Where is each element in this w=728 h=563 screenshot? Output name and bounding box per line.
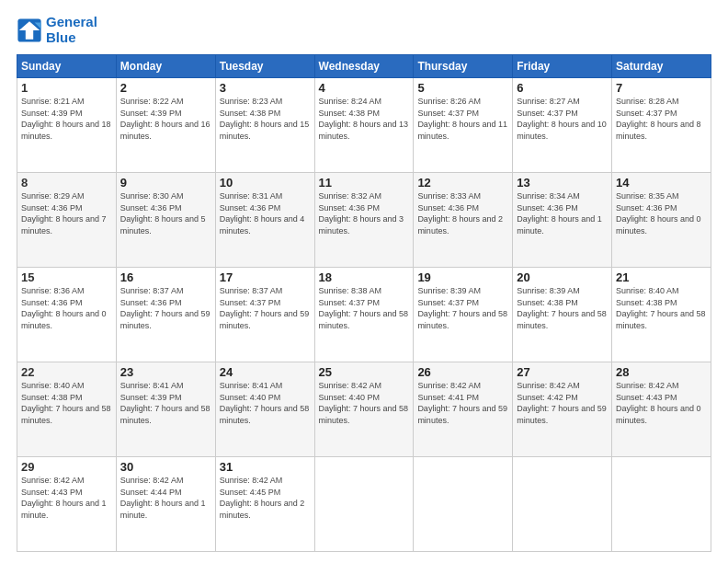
weekday-header: Saturday — [612, 55, 711, 78]
logo-icon — [17, 17, 42, 43]
calendar-week-row: 15 Sunrise: 8:36 AMSunset: 4:36 PMDaylig… — [17, 268, 711, 362]
cell-day-number: 9 — [120, 176, 211, 190]
calendar-cell: 7 Sunrise: 8:28 AMSunset: 4:37 PMDayligh… — [612, 78, 711, 173]
cell-info: Sunrise: 8:42 AMSunset: 4:43 PMDaylight:… — [21, 476, 107, 520]
cell-info: Sunrise: 8:36 AMSunset: 4:36 PMDaylight:… — [21, 286, 107, 330]
cell-day-number: 21 — [616, 270, 707, 284]
cell-info: Sunrise: 8:30 AMSunset: 4:36 PMDaylight:… — [120, 191, 206, 236]
cell-day-number: 18 — [319, 270, 410, 284]
cell-day-number: 22 — [21, 365, 112, 379]
calendar-cell: 1 Sunrise: 8:21 AMSunset: 4:39 PMDayligh… — [17, 78, 117, 173]
cell-day-number: 25 — [319, 365, 410, 379]
cell-day-number: 3 — [220, 81, 311, 95]
logo-text: General Blue — [46, 15, 97, 45]
cell-day-number: 8 — [21, 176, 112, 190]
calendar-cell: 4 Sunrise: 8:24 AMSunset: 4:38 PMDayligh… — [314, 78, 414, 173]
weekday-header: Thursday — [414, 55, 513, 78]
weekday-header: Friday — [513, 55, 612, 78]
cell-info: Sunrise: 8:40 AMSunset: 4:38 PMDaylight:… — [21, 381, 111, 425]
calendar-week-row: 22 Sunrise: 8:40 AMSunset: 4:38 PMDaylig… — [17, 362, 711, 457]
cell-day-number: 30 — [120, 460, 211, 474]
weekday-header: Tuesday — [215, 55, 314, 78]
calendar-header: SundayMondayTuesdayWednesdayThursdayFrid… — [17, 55, 711, 78]
cell-info: Sunrise: 8:39 AMSunset: 4:37 PMDaylight:… — [417, 286, 507, 330]
cell-info: Sunrise: 8:38 AMSunset: 4:37 PMDaylight:… — [319, 286, 409, 330]
calendar-cell: 8 Sunrise: 8:29 AMSunset: 4:36 PMDayligh… — [17, 173, 117, 268]
calendar-week-row: 29 Sunrise: 8:42 AMSunset: 4:43 PMDaylig… — [17, 457, 711, 552]
calendar-cell: 30 Sunrise: 8:42 AMSunset: 4:44 PMDaylig… — [116, 457, 215, 552]
cell-day-number: 1 — [21, 81, 112, 95]
cell-day-number: 12 — [417, 176, 508, 190]
cell-info: Sunrise: 8:40 AMSunset: 4:38 PMDaylight:… — [616, 286, 706, 330]
calendar-cell — [612, 457, 711, 552]
cell-info: Sunrise: 8:39 AMSunset: 4:38 PMDaylight:… — [517, 286, 607, 330]
cell-day-number: 14 — [616, 176, 707, 190]
weekday-header: Sunday — [17, 55, 117, 78]
calendar-cell: 27 Sunrise: 8:42 AMSunset: 4:42 PMDaylig… — [513, 362, 612, 457]
cell-day-number: 27 — [517, 365, 608, 379]
calendar-cell: 31 Sunrise: 8:42 AMSunset: 4:45 PMDaylig… — [215, 457, 314, 552]
cell-info: Sunrise: 8:28 AMSunset: 4:37 PMDaylight:… — [616, 97, 701, 141]
cell-info: Sunrise: 8:37 AMSunset: 4:36 PMDaylight:… — [120, 286, 210, 330]
calendar-cell: 5 Sunrise: 8:26 AMSunset: 4:37 PMDayligh… — [414, 78, 513, 173]
calendar-cell: 26 Sunrise: 8:42 AMSunset: 4:41 PMDaylig… — [414, 362, 513, 457]
cell-day-number: 24 — [220, 365, 311, 379]
calendar-cell — [414, 457, 513, 552]
cell-info: Sunrise: 8:24 AMSunset: 4:38 PMDaylight:… — [319, 97, 409, 141]
calendar-cell: 20 Sunrise: 8:39 AMSunset: 4:38 PMDaylig… — [513, 268, 612, 362]
calendar-cell: 3 Sunrise: 8:23 AMSunset: 4:38 PMDayligh… — [215, 78, 314, 173]
cell-day-number: 19 — [417, 270, 508, 284]
calendar-body: 1 Sunrise: 8:21 AMSunset: 4:39 PMDayligh… — [17, 78, 711, 552]
cell-day-number: 10 — [220, 176, 311, 190]
calendar-cell: 12 Sunrise: 8:33 AMSunset: 4:36 PMDaylig… — [414, 173, 513, 268]
cell-day-number: 11 — [319, 176, 410, 190]
page-header: General Blue — [17, 15, 711, 45]
cell-day-number: 29 — [21, 460, 112, 474]
calendar-cell: 10 Sunrise: 8:31 AMSunset: 4:36 PMDaylig… — [215, 173, 314, 268]
calendar-cell: 11 Sunrise: 8:32 AMSunset: 4:36 PMDaylig… — [314, 173, 414, 268]
cell-info: Sunrise: 8:42 AMSunset: 4:42 PMDaylight:… — [517, 381, 607, 425]
cell-day-number: 7 — [616, 81, 707, 95]
calendar-cell: 9 Sunrise: 8:30 AMSunset: 4:36 PMDayligh… — [116, 173, 215, 268]
cell-day-number: 28 — [616, 365, 707, 379]
calendar-cell — [513, 457, 612, 552]
cell-day-number: 17 — [220, 270, 311, 284]
cell-day-number: 4 — [319, 81, 410, 95]
cell-day-number: 2 — [120, 81, 211, 95]
calendar-cell: 18 Sunrise: 8:38 AMSunset: 4:37 PMDaylig… — [314, 268, 414, 362]
calendar-cell: 22 Sunrise: 8:40 AMSunset: 4:38 PMDaylig… — [17, 362, 117, 457]
calendar-table: SundayMondayTuesdayWednesdayThursdayFrid… — [17, 54, 711, 552]
calendar-cell: 21 Sunrise: 8:40 AMSunset: 4:38 PMDaylig… — [612, 268, 711, 362]
weekday-header: Monday — [116, 55, 215, 78]
cell-info: Sunrise: 8:42 AMSunset: 4:40 PMDaylight:… — [319, 381, 409, 425]
cell-info: Sunrise: 8:42 AMSunset: 4:44 PMDaylight:… — [120, 476, 206, 520]
cell-info: Sunrise: 8:34 AMSunset: 4:36 PMDaylight:… — [517, 191, 602, 236]
cell-info: Sunrise: 8:29 AMSunset: 4:36 PMDaylight:… — [21, 191, 107, 236]
cell-info: Sunrise: 8:31 AMSunset: 4:36 PMDaylight:… — [220, 191, 305, 236]
cell-info: Sunrise: 8:41 AMSunset: 4:40 PMDaylight:… — [220, 381, 310, 425]
cell-info: Sunrise: 8:42 AMSunset: 4:43 PMDaylight:… — [616, 381, 701, 425]
cell-day-number: 23 — [120, 365, 211, 379]
cell-info: Sunrise: 8:42 AMSunset: 4:45 PMDaylight:… — [220, 476, 305, 520]
calendar-cell: 19 Sunrise: 8:39 AMSunset: 4:37 PMDaylig… — [414, 268, 513, 362]
calendar-cell: 16 Sunrise: 8:37 AMSunset: 4:36 PMDaylig… — [116, 268, 215, 362]
calendar-cell: 2 Sunrise: 8:22 AMSunset: 4:39 PMDayligh… — [116, 78, 215, 173]
calendar-week-row: 1 Sunrise: 8:21 AMSunset: 4:39 PMDayligh… — [17, 78, 711, 173]
cell-info: Sunrise: 8:33 AMSunset: 4:36 PMDaylight:… — [417, 191, 503, 236]
calendar-cell: 13 Sunrise: 8:34 AMSunset: 4:36 PMDaylig… — [513, 173, 612, 268]
logo: General Blue — [17, 15, 97, 45]
cell-day-number: 31 — [220, 460, 311, 474]
calendar-cell: 28 Sunrise: 8:42 AMSunset: 4:43 PMDaylig… — [612, 362, 711, 457]
cell-day-number: 20 — [517, 270, 608, 284]
cell-day-number: 26 — [417, 365, 508, 379]
calendar-cell: 15 Sunrise: 8:36 AMSunset: 4:36 PMDaylig… — [17, 268, 117, 362]
cell-info: Sunrise: 8:21 AMSunset: 4:39 PMDaylight:… — [21, 97, 111, 141]
calendar-cell: 25 Sunrise: 8:42 AMSunset: 4:40 PMDaylig… — [314, 362, 414, 457]
calendar-cell — [314, 457, 414, 552]
cell-info: Sunrise: 8:35 AMSunset: 4:36 PMDaylight:… — [616, 191, 701, 236]
cell-info: Sunrise: 8:26 AMSunset: 4:37 PMDaylight:… — [417, 97, 507, 141]
calendar-cell: 6 Sunrise: 8:27 AMSunset: 4:37 PMDayligh… — [513, 78, 612, 173]
cell-day-number: 5 — [417, 81, 508, 95]
cell-info: Sunrise: 8:23 AMSunset: 4:38 PMDaylight:… — [220, 97, 310, 141]
calendar-cell: 23 Sunrise: 8:41 AMSunset: 4:39 PMDaylig… — [116, 362, 215, 457]
